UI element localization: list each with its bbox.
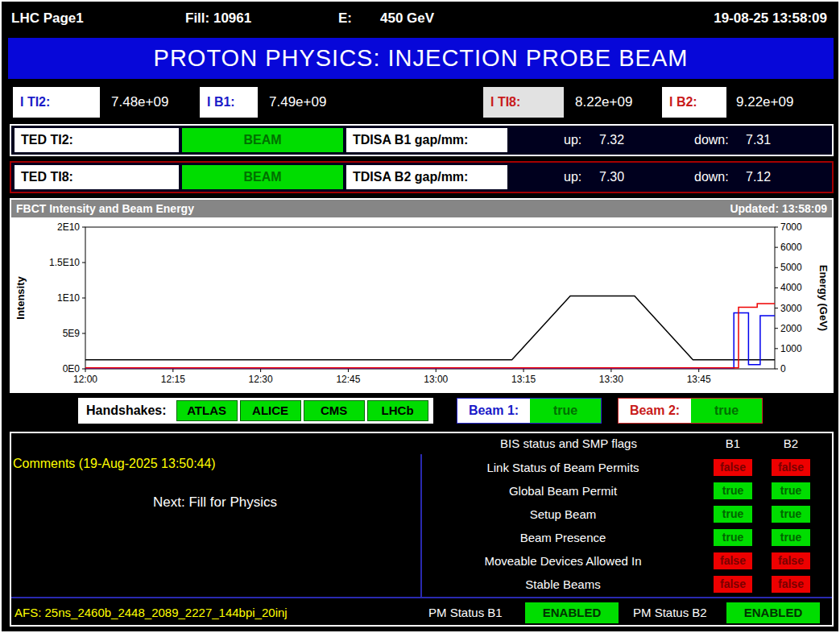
svg-text:12:15: 12:15	[161, 374, 185, 385]
bis-row-label: Setup Beam	[420, 503, 706, 526]
bis-flag-b1: true	[714, 482, 752, 499]
handshake-cms: CMS	[304, 400, 365, 421]
bis-row-label: Beam Presence	[420, 526, 706, 549]
svg-text:0: 0	[780, 363, 786, 374]
intensity-label-ti2: I TI2:	[13, 87, 100, 118]
fbct-intensity-energy-chart: 12:0012:1512:3012:4513:0013:1513:3013:45…	[11, 217, 832, 391]
bis-row-label: Stable Beams	[420, 573, 706, 596]
bis-flag-b1: false	[714, 552, 752, 569]
pm-status-b1-label: PM Status B1	[428, 601, 503, 625]
handshake-items: ATLASALICECMSLHCb	[176, 400, 431, 421]
intensity-value-b2: 9.22e+09	[736, 87, 793, 118]
intensity-label-ti8: I TI8:	[483, 87, 564, 118]
tdisa-b1-up-label: up:	[564, 126, 581, 155]
ted-ti8-label: TED TI8:	[14, 165, 179, 189]
bis-smp-title: BIS status and SMP flags	[420, 436, 717, 450]
intensity-value-ti2: 7.48e+09	[111, 87, 168, 118]
ted-ti2-status: BEAM	[182, 128, 343, 152]
tdisa-b2-up-value: 7.30	[599, 163, 624, 192]
intensity-value-b1: 7.49e+09	[269, 87, 326, 118]
svg-text:12:30: 12:30	[249, 374, 273, 385]
afs-filling-scheme: AFS: 25ns_2460b_2448_2089_2227_144bpi_20…	[14, 601, 288, 625]
svg-text:12:45: 12:45	[336, 374, 360, 385]
fill-number: Fill: 10961	[185, 10, 251, 27]
beam1-status-group: Beam 1: true	[457, 398, 602, 424]
tdisa-b1-up-value: 7.32	[599, 126, 624, 155]
panel-divider-horizontal	[11, 597, 832, 598]
beam1-status-value: true	[530, 399, 601, 423]
energy-value: 450 GeV	[380, 10, 434, 27]
intensity-value-ti8: 8.22e+09	[575, 87, 632, 118]
svg-text:5000: 5000	[780, 262, 802, 273]
bis-row: Link Status of Beam Permitsfalsefalse	[11, 456, 832, 479]
lhc-page1-screen: LHC Page1 Fill: 10961 E: 450 GeV 19-08-2…	[0, 0, 840, 633]
energy-label: E:	[338, 10, 352, 27]
svg-text:5E9: 5E9	[63, 328, 81, 339]
svg-text:Energy (GeV): Energy (GeV)	[817, 265, 830, 331]
bis-row-label: Moveable Devices Allowed In	[420, 549, 706, 573]
chart-header: FBCT Intensity and Beam Energy Updated: …	[11, 200, 832, 217]
bis-flag-b1: false	[714, 576, 752, 593]
bis-row: Moveable Devices Allowed Infalsefalse	[11, 549, 832, 573]
pm-status-b2-label: PM Status B2	[633, 601, 707, 625]
bis-flag-b2: false	[772, 459, 810, 476]
beam2-status-group: Beam 2: true	[618, 398, 763, 424]
bis-row: Stable Beamsfalsefalse	[11, 573, 832, 596]
svg-text:7000: 7000	[780, 221, 802, 233]
tdisa-b2-down-label: down:	[694, 163, 729, 192]
handshakes-group: Handshakes: ATLASALICECMSLHCb	[78, 398, 433, 424]
pm-status-b2-value: ENABLED	[726, 602, 820, 623]
tdisa-b1-label: TDISA B1 gap/mm:	[346, 128, 507, 152]
beam2-label: Beam 2:	[619, 399, 691, 423]
svg-text:2E10: 2E10	[57, 221, 80, 233]
handshake-alice: ALICE	[240, 400, 301, 421]
datetime: 19-08-25 13:58:09	[714, 10, 827, 27]
ted-ti2-label: TED TI2:	[14, 128, 179, 152]
svg-text:12:00: 12:00	[73, 374, 97, 385]
bis-flag-b1: true	[714, 506, 752, 523]
svg-text:13:45: 13:45	[687, 374, 711, 385]
bis-column-b1: B1	[714, 436, 752, 450]
tdisa-b1-down-label: down:	[694, 126, 729, 155]
bis-flag-b1: true	[714, 529, 752, 546]
svg-text:13:30: 13:30	[599, 374, 623, 385]
svg-text:Intensity: Intensity	[14, 276, 27, 320]
ted-ti8-status: BEAM	[182, 165, 343, 189]
svg-text:2000: 2000	[780, 323, 802, 334]
svg-text:13:00: 13:00	[424, 374, 448, 385]
chart-updated-timestamp: Updated: 13:58:09	[730, 200, 827, 217]
app-title: LHC Page1	[11, 10, 84, 27]
svg-text:1E10: 1E10	[57, 292, 80, 304]
handshake-lhcb: LHCb	[367, 400, 428, 421]
svg-text:4000: 4000	[780, 282, 802, 293]
bis-flag-b2: false	[772, 576, 810, 593]
bis-flag-b1: false	[714, 459, 752, 476]
bis-column-b2: B2	[772, 436, 810, 450]
bis-flag-b2: false	[772, 552, 810, 569]
svg-text:13:15: 13:15	[511, 374, 536, 385]
tdisa-b2-down-value: 7.12	[746, 163, 771, 192]
handshakes-label: Handshakes:	[78, 403, 176, 418]
bis-flag-b2: true	[772, 482, 810, 499]
ted-ti2-row: TED TI2: BEAM TDISA B1 gap/mm: up: 7.32 …	[10, 124, 834, 156]
ted-ti8-row: TED TI8: BEAM TDISA B2 gap/mm: up: 7.30 …	[10, 161, 834, 193]
banner-title: PROTON PHYSICS: INJECTION PROBE BEAM	[154, 45, 689, 71]
fbct-chart-panel: FBCT Intensity and Beam Energy Updated: …	[10, 198, 834, 393]
svg-text:0E0: 0E0	[63, 363, 81, 374]
svg-text:6000: 6000	[780, 242, 802, 253]
handshake-atlas: ATLAS	[176, 400, 238, 421]
tdisa-b1-down-value: 7.31	[746, 126, 771, 155]
pm-status-b1-value: ENABLED	[525, 602, 619, 623]
svg-text:3000: 3000	[780, 303, 802, 314]
bis-flag-b2: true	[772, 506, 810, 523]
intensity-label-b1: I B1:	[200, 87, 258, 118]
svg-text:1000: 1000	[780, 343, 802, 354]
tdisa-b2-label: TDISA B2 gap/mm:	[346, 165, 507, 189]
bis-flag-b2: true	[772, 529, 810, 546]
chart-title: FBCT Intensity and Beam Energy	[16, 200, 194, 217]
bis-row-label: Global Beam Permit	[420, 479, 706, 503]
bis-row-label: Link Status of Beam Permits	[420, 456, 706, 479]
tdisa-b2-up-label: up:	[564, 163, 581, 192]
bis-row: Global Beam Permittruetrue	[11, 479, 832, 503]
svg-text:1.5E10: 1.5E10	[49, 257, 80, 268]
